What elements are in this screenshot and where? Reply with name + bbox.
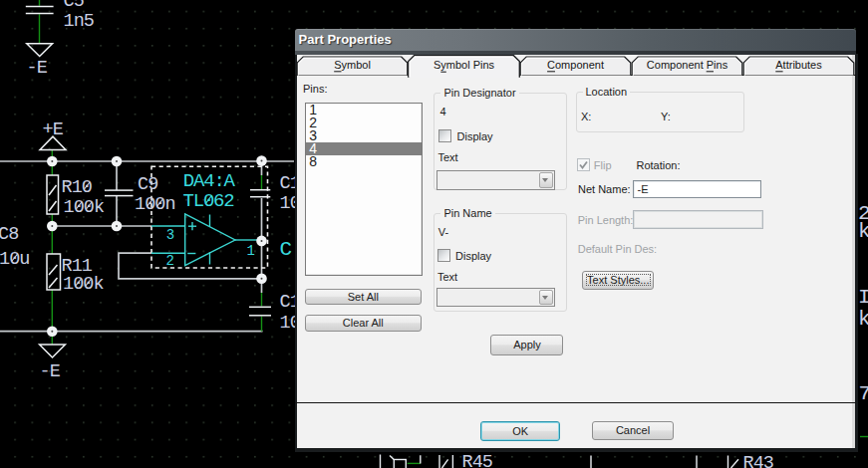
svg-text:100k: 100k [63,274,104,295]
svg-text:TL062: TL062 [183,190,235,212]
svg-text:k: k [858,220,868,243]
svg-text:1n5: 1n5 [64,11,94,32]
svg-text:Attributes: Attributes [775,59,822,71]
svg-text:C: C [280,238,293,261]
svg-text:10u: 10u [0,249,29,270]
svg-text:7: 7 [859,382,868,405]
svg-text:-E: -E [40,361,61,382]
svg-text:IF: IF [858,286,868,309]
svg-text:C8: C8 [0,224,18,245]
svg-text:-E: -E [27,58,48,79]
svg-text:2: 2 [166,253,174,269]
svg-text:Component: Component [547,59,604,71]
svg-text:100k: 100k [64,197,105,218]
svg-text:C9: C9 [138,174,157,195]
svg-text:3: 3 [166,227,174,243]
svg-text:DA4:A: DA4:A [183,170,236,192]
svg-text:Symbol Pins: Symbol Pins [433,59,494,71]
svg-text:1: 1 [247,243,255,259]
svg-text:R45: R45 [462,452,492,468]
svg-text:100n: 100n [135,194,175,215]
svg-text:+E: +E [43,119,64,140]
svg-text:Symbol: Symbol [334,59,371,71]
svg-text:k: k [858,308,868,331]
svg-text:R43: R43 [743,453,773,468]
svg-text:R10: R10 [62,177,92,198]
svg-text:Component Pins: Component Pins [646,59,727,71]
